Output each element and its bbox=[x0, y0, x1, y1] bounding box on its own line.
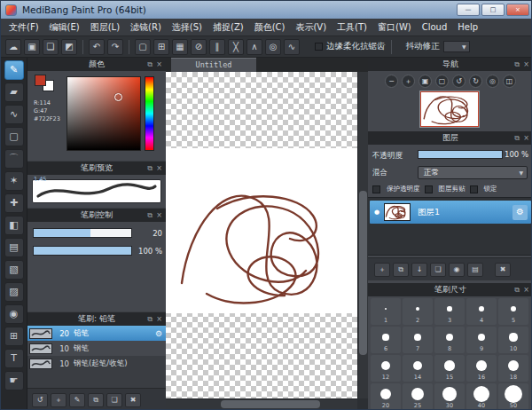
brush-size-cell[interactable]: 10 bbox=[498, 327, 528, 353]
popout-panel-icon[interactable]: ⧉ bbox=[147, 312, 153, 326]
sync-brush-icon[interactable]: ↺ bbox=[32, 393, 48, 407]
undo-icon[interactable]: ↶ bbox=[89, 39, 105, 55]
stabilizer-dropdown[interactable]: ▼ bbox=[443, 41, 470, 52]
brush-size-cell[interactable]: 25 bbox=[403, 383, 433, 410]
brush-list-item[interactable]: 20铅笔⚙ bbox=[27, 326, 166, 341]
duplicate-brush-icon[interactable]: ⧉ bbox=[88, 393, 104, 407]
snap-off-icon[interactable]: ⊘ bbox=[191, 39, 207, 55]
slider-track[interactable] bbox=[33, 228, 132, 238]
reset-view-icon[interactable]: ◎ bbox=[486, 75, 499, 88]
layer-visibility-icon[interactable]: ● bbox=[374, 209, 379, 216]
select-icon[interactable]: ▢ bbox=[135, 39, 151, 55]
menu-item[interactable]: 颜色(C) bbox=[249, 19, 291, 36]
merge-layer-icon[interactable]: ↓ bbox=[411, 263, 427, 277]
brush-list-item[interactable]: 10钢笔(起笔/收笔) bbox=[27, 356, 166, 371]
layer-opacity-slider[interactable] bbox=[418, 150, 503, 159]
brush-size-cell[interactable]: 1 bbox=[371, 298, 401, 325]
eraser-tool[interactable]: ▰ bbox=[4, 83, 24, 102]
canvas-viewport[interactable] bbox=[166, 72, 357, 398]
layer-option-checkbox[interactable] bbox=[372, 185, 380, 193]
fit-screen-icon[interactable]: ▣ bbox=[419, 75, 432, 88]
color-picker-cursor[interactable] bbox=[114, 93, 122, 101]
brush-size-cell[interactable]: 9 bbox=[466, 327, 497, 353]
menu-item[interactable]: 滤镜(R) bbox=[125, 19, 167, 36]
snap-curve-icon[interactable]: ∿ bbox=[284, 39, 300, 55]
edit-brush-icon[interactable]: ✎ bbox=[69, 393, 85, 407]
add-layer-icon[interactable]: ＋ bbox=[374, 263, 390, 277]
color-swap-icon[interactable]: ◩ bbox=[61, 39, 77, 55]
fill-bucket-tool[interactable]: ◧ bbox=[4, 216, 24, 235]
brush-size-cell[interactable]: 16 bbox=[466, 355, 497, 382]
menu-item[interactable]: 图层(L) bbox=[85, 19, 125, 36]
rotate-right-icon[interactable]: ↻ bbox=[469, 75, 482, 88]
flip-view-icon[interactable]: ◫ bbox=[503, 75, 516, 88]
brush-settings-gear-icon[interactable]: ⚙ bbox=[155, 329, 162, 338]
popout-panel-icon[interactable]: ⧉ bbox=[147, 58, 153, 71]
vertical-scroll-thumb[interactable] bbox=[359, 191, 367, 355]
hue-slider[interactable] bbox=[145, 76, 154, 151]
blend-mode-dropdown[interactable]: 正常 ▼ bbox=[418, 166, 528, 179]
brush-size-cell[interactable]: 12 bbox=[371, 355, 401, 382]
minimize-button[interactable]: — bbox=[457, 4, 480, 16]
vertical-scrollbar[interactable] bbox=[357, 72, 368, 398]
close-panel-icon[interactable]: × bbox=[523, 283, 529, 296]
brush-list-item[interactable]: 10钢笔 bbox=[27, 341, 166, 356]
add-brush-icon[interactable]: ＋ bbox=[51, 393, 66, 407]
redo-icon[interactable]: ↷ bbox=[107, 39, 123, 55]
document-tab[interactable]: Untitled bbox=[171, 58, 256, 72]
close-panel-icon[interactable]: × bbox=[156, 209, 162, 222]
brush-size-cell[interactable]: 3 bbox=[434, 298, 465, 325]
rect-select-tool[interactable]: ▢ bbox=[4, 127, 24, 146]
slider-track[interactable] bbox=[33, 246, 132, 256]
popout-panel-icon[interactable]: ⧉ bbox=[514, 283, 520, 296]
actual-size-icon[interactable]: ▢ bbox=[435, 75, 449, 88]
foreground-color-swatch[interactable] bbox=[35, 75, 46, 86]
popout-panel-icon[interactable]: ⧉ bbox=[147, 209, 153, 222]
antialias-checkbox[interactable] bbox=[315, 43, 323, 51]
cloud-icon[interactable]: ☁ bbox=[5, 39, 21, 55]
lasso-select-tool[interactable]: ⌒ bbox=[4, 149, 24, 169]
brush-size-cell[interactable]: 20 bbox=[371, 383, 401, 410]
close-button[interactable]: × bbox=[506, 4, 529, 16]
close-panel-icon[interactable]: × bbox=[156, 58, 162, 71]
brush-tool[interactable]: ✎ bbox=[4, 60, 24, 80]
snap-circle-icon[interactable]: ◎ bbox=[265, 39, 281, 55]
brush-opacity-slider[interactable]: 100 % bbox=[27, 246, 166, 256]
save-icon[interactable]: ▣ bbox=[24, 39, 40, 55]
brush-size-cell[interactable]: 50 bbox=[498, 383, 528, 410]
menu-item[interactable]: 选择(S) bbox=[167, 19, 207, 36]
menu-item[interactable]: 捕捉(Z) bbox=[207, 19, 249, 36]
transform-icon[interactable]: ⊞ bbox=[153, 39, 169, 55]
menu-item[interactable]: 表示(V) bbox=[290, 19, 332, 36]
layer-row[interactable]: ● 图层1 ⚙ bbox=[370, 201, 531, 224]
rotate-left-icon[interactable]: ↺ bbox=[452, 75, 466, 88]
brush-size-cell[interactable]: 18 bbox=[498, 355, 528, 382]
duplicate-layer-icon[interactable]: ⧉ bbox=[393, 263, 409, 277]
operation-tool[interactable]: ⊞ bbox=[4, 327, 24, 346]
brush-size-cell[interactable]: 7 bbox=[403, 327, 433, 353]
layer-option-checkbox[interactable] bbox=[425, 185, 433, 193]
horizontal-scrollbar[interactable] bbox=[166, 398, 357, 409]
smudge-tool[interactable]: ∿ bbox=[4, 105, 24, 124]
close-panel-icon[interactable]: × bbox=[523, 58, 529, 71]
menu-item[interactable]: 窗口(W) bbox=[372, 19, 417, 36]
magic-wand-tool[interactable]: ✶ bbox=[4, 171, 24, 191]
brush-size-cell[interactable]: 40 bbox=[466, 383, 497, 410]
close-panel-icon[interactable]: × bbox=[156, 162, 162, 175]
brush-size-cell[interactable]: 4 bbox=[466, 298, 497, 325]
layer-settings-gear-icon[interactable]: ⚙ bbox=[512, 205, 528, 220]
brush-size-cell[interactable]: 6 bbox=[371, 327, 401, 353]
zoom-in-icon[interactable]: ＋ bbox=[402, 75, 415, 88]
zoom-out-icon[interactable]: − bbox=[385, 75, 398, 88]
layer-option-checkbox[interactable] bbox=[470, 185, 478, 193]
brush-size-cell[interactable]: 5 bbox=[498, 298, 528, 325]
brush-size-cell[interactable]: 30 bbox=[434, 383, 465, 410]
maximize-button[interactable]: □ bbox=[481, 4, 505, 16]
camera-layer-icon[interactable]: ◉ bbox=[449, 263, 465, 277]
layer-folder-icon[interactable]: ❏ bbox=[430, 263, 446, 277]
brush-folder-icon[interactable]: ❏ bbox=[106, 393, 122, 407]
brush-size-cell[interactable]: 8 bbox=[434, 327, 465, 353]
move-tool[interactable]: ✚ bbox=[4, 193, 24, 213]
menu-item[interactable]: 编辑(E) bbox=[44, 19, 85, 36]
close-panel-icon[interactable]: × bbox=[523, 131, 529, 145]
